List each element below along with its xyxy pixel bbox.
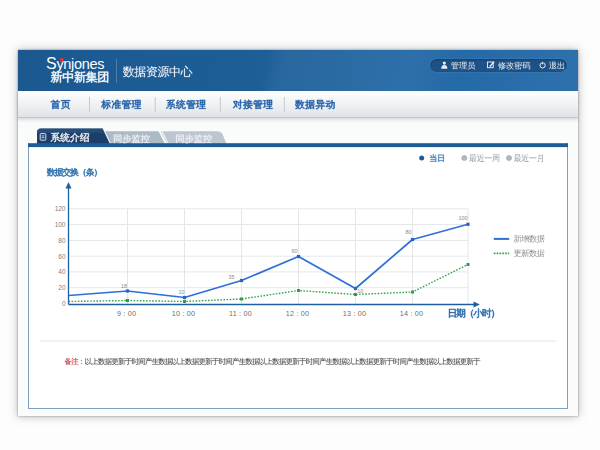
svg-text:100: 100	[55, 221, 66, 228]
svg-text:12 : 00: 12 : 00	[286, 309, 309, 318]
svg-text:35: 35	[229, 274, 235, 280]
svg-text:Synjones: Synjones	[46, 55, 104, 72]
svg-text:13 : 00: 13 : 00	[343, 309, 366, 318]
svg-text:11 : 00: 11 : 00	[229, 309, 252, 318]
svg-text:14 : 00: 14 : 00	[400, 309, 423, 318]
svg-text:9 : 00: 9 : 00	[117, 309, 136, 318]
svg-text:18: 18	[121, 283, 127, 289]
svg-text:60: 60	[58, 253, 66, 260]
svg-text:40: 40	[58, 268, 66, 275]
svg-text:10: 10	[179, 289, 185, 295]
svg-text:80: 80	[406, 229, 412, 235]
svg-text:100: 100	[459, 215, 468, 221]
svg-text:120: 120	[55, 205, 66, 212]
svg-text:10: 10	[357, 288, 363, 294]
svg-text:0: 0	[62, 300, 66, 307]
svg-text:20: 20	[58, 284, 66, 291]
svg-text:10 : 00: 10 : 00	[172, 309, 195, 318]
svg-text:80: 80	[58, 237, 66, 244]
svg-text:60: 60	[292, 248, 298, 254]
